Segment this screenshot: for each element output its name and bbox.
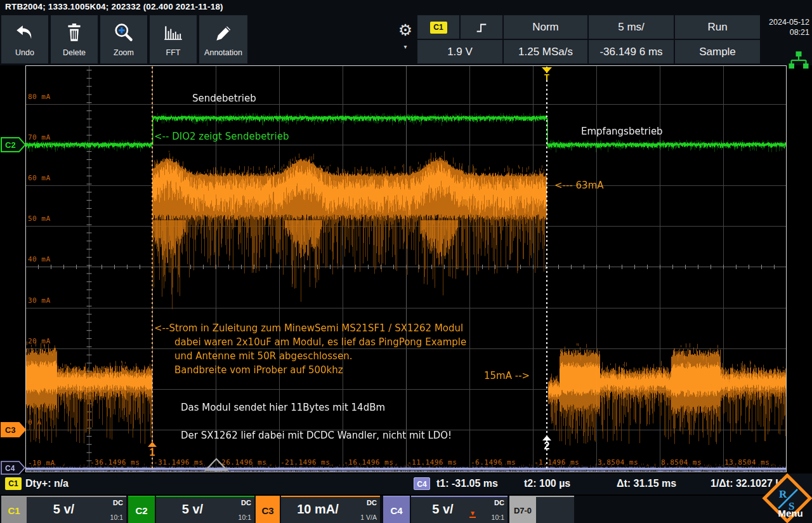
sample-rate-cell[interactable]: 1.25 MSa/s — [504, 40, 587, 63]
channel-c2-tab[interactable]: C2 — [128, 496, 155, 523]
pencil-icon — [199, 15, 247, 48]
channel-bar: C1 5 v/ DC 10:1 C2 5 v/ DC 10:1 C3 10 mA… — [0, 496, 812, 523]
cursor-source-badge: C4 — [414, 477, 430, 490]
channel-c1-tab[interactable]: C1 — [1, 496, 27, 523]
results-bar: C1 Dty+: n/a C4 t1: -31.05 ms t2: 100 µs… — [0, 473, 812, 494]
channel-c1-settings[interactable]: 5 v/ DC 10:1 — [27, 496, 126, 523]
undo-button[interactable]: Undo — [1, 15, 48, 63]
channel-c4-tab[interactable]: C4 — [383, 496, 410, 523]
menu-button[interactable]: Menu — [773, 508, 808, 519]
svg-text:R: R — [779, 488, 787, 500]
delete-button[interactable]: Delete — [51, 15, 98, 63]
cursor2-marker[interactable]: 2 — [542, 435, 552, 452]
cursor1-line[interactable] — [152, 67, 153, 471]
cursor1-triangle-icon — [148, 442, 157, 447]
time-reference-marker — [204, 457, 229, 472]
datetime-display: 2024-05-12 08:21 — [761, 15, 809, 37]
annotation-63ma: <--- 63mA — [554, 180, 604, 191]
trigger-source-cell[interactable]: C1 — [417, 15, 459, 39]
svg-text:C3: C3 — [5, 425, 16, 435]
cursor-t1-value: t1: -31.05 ms — [436, 478, 498, 489]
digital-d7-0-tab[interactable]: D7-0 — [509, 496, 536, 523]
chevron-down-icon: ▾ — [393, 44, 417, 50]
spectrum-icon — [150, 15, 197, 48]
annotation-dio2: <-- DIO2 zeigt Sendebetrieb — [154, 131, 289, 142]
channel-c3-tab[interactable]: C3 — [256, 496, 280, 523]
trigger-mode-cell[interactable]: Norm — [504, 15, 587, 39]
cursor1-marker[interactable]: 1 — [147, 442, 157, 458]
annotation-button[interactable]: Annotation — [199, 15, 247, 63]
fft-button[interactable]: FFT — [150, 15, 197, 63]
timebase-cell[interactable]: 5 ms/ — [589, 15, 674, 39]
c4-channel-marker[interactable]: C4 — [1, 461, 27, 475]
acquisition-mode-cell[interactable]: Sample — [675, 40, 760, 63]
trigger-source-badge: C1 — [430, 22, 447, 34]
annotation-11bytes: Das Modul sendet hier 11Bytes mit 14dBm — [181, 402, 385, 413]
channel-c2-settings[interactable]: 5 v/ DC 10:1 — [156, 496, 254, 523]
annotation-strom-line1: <--Strom in Zuleitung zum MinewSemi MS21… — [154, 322, 463, 334]
channel-c3-settings[interactable]: 10 mA/ DC 1 V/A — [281, 496, 380, 523]
toolbar: Undo Delete Zoom FFT Annotation — [0, 14, 812, 65]
annotation-layer: T 1 2 Sendebetrieb<-- DIO2 zeigt Sendebe… — [26, 66, 786, 472]
date-label: 2024-05-12 — [761, 17, 809, 27]
cursor-dt-value: Δt: 31.15 ms — [617, 478, 676, 489]
waveform-display: 80 mA70 mA60 mA50 mA40 mA30 mA20 mA10 mA… — [25, 65, 787, 472]
lan-status-icon — [789, 51, 809, 72]
digital-d7-0-settings[interactable] — [536, 496, 574, 523]
measurement-source-badge: C1 — [5, 477, 22, 490]
c3-channel-marker[interactable]: C3 — [1, 422, 27, 437]
trash-icon — [51, 15, 98, 48]
annotation-15ma: 15mA --> — [484, 370, 530, 381]
cursor2-triangle-icon — [542, 435, 551, 440]
trigger-slope-cell[interactable] — [461, 15, 502, 39]
annotation-empfangsbetrieb: Empfangsbetrieb — [581, 126, 663, 137]
annotation-strom-line2: dabei waren 2x10uF am Modul, es lief das… — [174, 336, 466, 348]
acquisition-state-cell[interactable]: Run — [675, 15, 760, 39]
undo-icon — [1, 15, 48, 48]
rising-edge-icon — [475, 21, 488, 35]
c2-channel-marker[interactable]: C2 — [1, 137, 27, 152]
annotation-sendebetrieb: Sendebetrieb — [192, 93, 256, 104]
magnifier-plus-icon — [100, 15, 147, 48]
title-bar: RTB2004; 1333.1005K04; 202332 (02.400 20… — [0, 0, 812, 14]
cursor2-line[interactable] — [546, 67, 547, 471]
time-label: 08:21 — [761, 27, 809, 37]
annotation-strom-line3: und Antenne mit 50R abgeschlossen. — [174, 350, 352, 362]
trigger-level-icon: ▼ — [469, 510, 476, 518]
measurement-result: Dty+: n/a — [25, 478, 69, 489]
trigger-level-cell[interactable]: 1.9 V — [417, 40, 502, 63]
zoom-button[interactable]: Zoom — [100, 15, 147, 63]
horizontal-position-cell[interactable]: -36.149 6 ms — [589, 40, 674, 63]
device-title: RTB2004; 1333.1005K04; 202332 (02.400 20… — [0, 0, 812, 14]
gear-icon: ⚙ — [393, 15, 417, 44]
channel-c4-settings[interactable]: 5 v/ ▼ DC 10:1 — [411, 496, 508, 523]
trigger-position-marker[interactable]: T — [542, 67, 552, 81]
annotation-strom-line4: Bandbreite vom iProber auf 500khz — [174, 364, 343, 376]
svg-text:C4: C4 — [5, 464, 15, 473]
svg-text:C2: C2 — [5, 140, 16, 150]
oscilloscope-screen: RTB2004; 1333.1005K04; 202332 (02.400 20… — [0, 0, 812, 523]
settings-gear-button[interactable]: ⚙ ▾ — [393, 15, 417, 63]
annotation-dcdc: Der SX1262 lief dabei mit DCDC Wandler, … — [181, 430, 452, 441]
cursor-t2-value: t2: 100 µs — [524, 478, 570, 489]
